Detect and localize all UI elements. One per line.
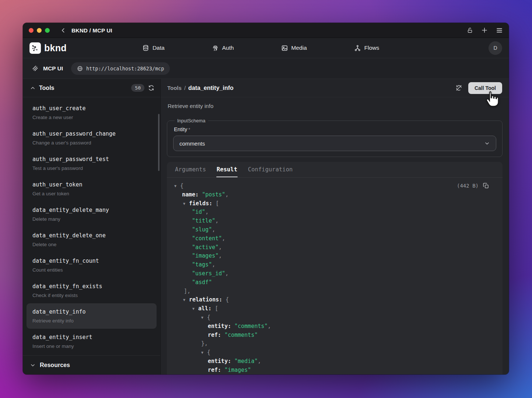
back-icon[interactable] bbox=[60, 27, 66, 34]
nav-item-data[interactable]: Data bbox=[142, 45, 165, 52]
zoom-window-button[interactable] bbox=[45, 28, 50, 33]
tool-name: data_entity_fn_count bbox=[32, 257, 151, 265]
sidebar-item-data_entity_delete_many[interactable]: data_entity_delete_manyDelete many bbox=[27, 202, 157, 227]
json-punct: [ bbox=[215, 305, 218, 312]
nav-item-flows[interactable]: Flows bbox=[354, 45, 379, 52]
tool-name: data_entity_fn_exists bbox=[32, 282, 151, 291]
json-string: "comments" bbox=[224, 332, 258, 338]
json-string: "asdf" bbox=[192, 279, 212, 286]
sidebar-item-auth_user_create[interactable]: auth_user_createCreate a new user bbox=[27, 100, 157, 125]
brand-name: bknd bbox=[44, 43, 67, 53]
tool-description: Delete one bbox=[32, 241, 151, 248]
tool-description: Check if entity exists bbox=[32, 292, 151, 299]
sidebar-item-data_entity_delete_one[interactable]: data_entity_delete_oneDelete one bbox=[27, 227, 157, 252]
json-line: "active", bbox=[169, 243, 495, 252]
input-schema-legend: InputSchema bbox=[175, 118, 208, 123]
json-punct: [ bbox=[216, 200, 219, 207]
collapse-toggle-icon[interactable]: ▼ bbox=[183, 199, 185, 208]
window-title: BKND / MCP UI bbox=[71, 27, 112, 34]
tools-section-header[interactable]: Tools 50 bbox=[23, 79, 160, 97]
json-line: "users_id", bbox=[169, 269, 495, 278]
tool-description: Count entities bbox=[32, 266, 151, 273]
breadcrumb-separator: / bbox=[184, 85, 186, 91]
collapse-toggle-icon[interactable]: ▼ bbox=[201, 348, 203, 357]
sidebar-item-data_entity_fn_exists[interactable]: data_entity_fn_existsCheck if entity exi… bbox=[27, 278, 157, 303]
user-avatar[interactable]: D bbox=[489, 41, 502, 55]
json-line: "slug", bbox=[169, 226, 495, 234]
minimize-window-button[interactable] bbox=[37, 28, 42, 33]
nav-item-auth[interactable]: Auth bbox=[212, 45, 234, 52]
json-line: "asdf" bbox=[169, 278, 495, 287]
json-line: name: "posts", bbox=[169, 191, 495, 199]
json-line: ▼{ bbox=[169, 313, 495, 322]
server-url: http://localhost:28623/mcp bbox=[86, 66, 164, 71]
tool-name: auth_user_password_change bbox=[32, 130, 151, 138]
tools-sidebar: Tools 50 auth_user_createCreate a new us… bbox=[23, 79, 161, 374]
top-navbar: bknd DataAuthMediaFlows D bbox=[23, 38, 509, 58]
json-key: name: bbox=[182, 191, 199, 198]
nav-item-media[interactable]: Media bbox=[281, 45, 307, 52]
lock-open-icon[interactable] bbox=[467, 27, 473, 34]
menu-icon[interactable] bbox=[496, 27, 503, 34]
tool-description: Get a user token bbox=[32, 190, 151, 197]
sidebar-item-data_entity_info[interactable]: data_entity_infoRetrieve entity info bbox=[27, 303, 157, 329]
json-punct: , bbox=[218, 244, 222, 251]
entity-select[interactable]: comments bbox=[173, 136, 496, 151]
json-line: "title", bbox=[169, 217, 495, 226]
collapse-toggle-icon[interactable]: ▼ bbox=[192, 304, 195, 313]
refresh-tools-icon[interactable] bbox=[148, 85, 154, 91]
json-plain bbox=[231, 358, 234, 364]
server-url-pill[interactable]: http://localhost:28623/mcp bbox=[71, 62, 170, 75]
chevron-down-icon bbox=[30, 363, 35, 368]
json-punct: , bbox=[268, 323, 271, 329]
json-line: ref: "images" bbox=[169, 366, 495, 374]
nav-item-label: Auth bbox=[222, 45, 234, 51]
fingerprint-icon bbox=[212, 45, 219, 52]
json-key: fields: bbox=[189, 200, 212, 207]
close-window-button[interactable] bbox=[29, 28, 34, 33]
tool-description: Change a user's password bbox=[32, 139, 151, 146]
sidebar-item-data_entity_insert[interactable]: data_entity_insertInsert one or many bbox=[27, 329, 157, 354]
sidebar-item-data_entity_fn_count[interactable]: data_entity_fn_countCount entities bbox=[27, 252, 157, 278]
json-string: "media" bbox=[234, 358, 258, 364]
json-line: }, bbox=[169, 339, 495, 348]
input-schema-fieldset: InputSchema Entity* comments bbox=[167, 118, 503, 157]
json-string: "users_id" bbox=[192, 270, 225, 277]
collapse-toggle-icon[interactable]: ▼ bbox=[183, 296, 185, 304]
sidebar-item-auth_user_password_change[interactable]: auth_user_password_changeChange a user's… bbox=[27, 125, 157, 151]
json-string: "images" bbox=[192, 252, 218, 259]
json-punct: , bbox=[212, 226, 215, 233]
resources-section-header[interactable]: Resources bbox=[23, 355, 160, 374]
main-header: Tools / data_entity_info Call Tool bbox=[161, 79, 509, 97]
required-mark: * bbox=[188, 127, 190, 132]
json-plain bbox=[231, 323, 234, 329]
brand-logo[interactable]: bknd bbox=[29, 42, 67, 54]
breadcrumb-current: data_entity_info bbox=[188, 85, 234, 91]
auto-refresh-off-icon[interactable] bbox=[455, 84, 462, 91]
collapse-toggle-icon[interactable]: ▼ bbox=[201, 313, 203, 322]
sidebar-item-auth_user_password_test[interactable]: auth_user_password_testTest a user's pas… bbox=[27, 151, 157, 176]
sidebar-item-auth_user_token[interactable]: auth_user_tokenGet a user token bbox=[27, 176, 157, 202]
json-line: "content", bbox=[169, 234, 495, 243]
json-key: ref: bbox=[208, 367, 221, 373]
json-line: ▼{ bbox=[169, 348, 495, 357]
json-line: "id", bbox=[169, 208, 495, 217]
json-key: relations: bbox=[189, 296, 222, 303]
tab-result[interactable]: Result bbox=[216, 162, 238, 177]
mcp-bar: MCP UI http://localhost:28623/mcp bbox=[23, 58, 509, 79]
call-tool-button[interactable]: Call Tool bbox=[468, 82, 502, 94]
media-icon bbox=[281, 45, 288, 52]
tab-arguments[interactable]: Arguments bbox=[175, 162, 206, 177]
json-line: "images", bbox=[169, 252, 495, 261]
new-tab-icon[interactable] bbox=[481, 27, 488, 34]
tab-configuration[interactable]: Configuration bbox=[248, 162, 293, 177]
json-punct: , bbox=[218, 252, 222, 259]
json-string: "slug" bbox=[192, 226, 212, 233]
json-line: ▼{ bbox=[169, 182, 495, 191]
json-punct: , bbox=[258, 358, 261, 364]
sidebar-scrollbar[interactable] bbox=[158, 114, 160, 171]
json-punct: , bbox=[215, 217, 218, 224]
breadcrumb-section[interactable]: Tools bbox=[167, 85, 182, 91]
collapse-toggle-icon[interactable]: ▼ bbox=[174, 182, 176, 191]
tool-description: Insert one or many bbox=[32, 343, 151, 350]
